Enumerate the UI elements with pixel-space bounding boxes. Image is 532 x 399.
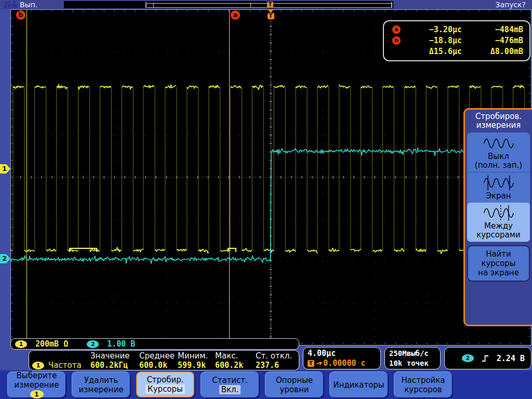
- bottom-menu-bar: Выберите измерение 1 Удалить измерение С…: [0, 370, 532, 399]
- measurement-name-cell: 1 Частота: [32, 361, 90, 370]
- record-view-cursor-a-tick: [250, 3, 251, 7]
- menu-item-sublabel: (полн. зап.): [467, 161, 530, 170]
- record-view-left-bracket: [145, 2, 147, 8]
- find-cursors-line2: курсоры: [468, 259, 529, 268]
- button-value-chip: Курсоры: [145, 384, 185, 394]
- record-view-right-bracket: [391, 2, 392, 8]
- measurement-header-row: Значение Среднее Миним. Макс. Ст. откл.: [32, 351, 299, 361]
- delay-arrow-icon: →▼: [316, 358, 322, 368]
- cursor-b-line[interactable]: [26, 10, 27, 345]
- trigger-position-flag[interactable]: T: [264, 9, 277, 19]
- menu-item-off-full-record[interactable]: Выкл (полн. зап.): [467, 133, 530, 172]
- trigger-t-icon: T: [308, 360, 314, 367]
- header-mean: Среднее: [139, 351, 178, 361]
- horizontal-readout: 4.00µс T →▼ 0.00000 с: [303, 347, 381, 369]
- side-menu-title: Стробиров. измерения: [465, 112, 532, 130]
- button-label-line1: Выберите: [17, 371, 57, 380]
- button-reference-levels[interactable]: Опорные уровни: [265, 371, 323, 397]
- button-label-line1: Опорные: [276, 376, 313, 385]
- acquisition-readout: 250Мвыб/с 10k точек: [384, 347, 441, 369]
- delay-readout: T →▼ 0.00000 с: [308, 358, 380, 368]
- button-label-line2: курсоров: [404, 385, 442, 394]
- button-cursor-setup[interactable]: Настройка курсоров: [394, 371, 452, 397]
- trigger-status: Запуск?: [495, 1, 526, 9]
- button-indicators[interactable]: Индикаторы: [329, 371, 388, 397]
- cursor-b-time: −18.8µс: [408, 36, 462, 45]
- ch1-scale: 200mB Ω: [35, 339, 68, 349]
- cursor-a-badge: a: [392, 25, 401, 34]
- trigger-t-icon: T: [268, 13, 274, 19]
- measurement-source-badge: 1: [32, 362, 44, 369]
- cursor-a-time: −3.20µс: [408, 25, 462, 34]
- cursor-a-readout: a −3.20µс −484mB: [392, 24, 523, 35]
- measurement-min: 599.9k: [178, 361, 215, 370]
- button-label-line2: уровни: [280, 385, 309, 394]
- menu-item-label: Выкл: [467, 152, 530, 161]
- ch2-scale: 1.00 В: [107, 339, 135, 349]
- spacer: [32, 351, 90, 361]
- menu-item-label: Между: [467, 222, 530, 231]
- cursor-a-line[interactable]: [229, 10, 230, 345]
- acquisition-status: Вып.: [20, 1, 37, 9]
- sine-between-cursors-icon: [483, 204, 515, 222]
- delay-value: 0.00000 с: [323, 358, 365, 368]
- header-stddev: Ст. откл.: [256, 351, 299, 361]
- measurement-name: Частота: [48, 361, 82, 370]
- timebase-scale: 4.00µс: [308, 349, 380, 358]
- button-select-measurement[interactable]: Выберите измерение 1: [7, 371, 65, 397]
- cursor-b-volt: −476mB: [462, 36, 523, 45]
- cursor-b-flag[interactable]: b: [16, 10, 25, 20]
- sample-rate: 250Мвыб/с: [389, 349, 440, 358]
- menu-item-sublabel: курсорами: [467, 231, 530, 240]
- button-label-line2: измерение: [79, 385, 124, 394]
- status-bar: Tek Вып. T Запуск?: [0, 0, 532, 9]
- side-menu-options: Выкл (полн. зап.) Экран Между курсорами: [467, 132, 530, 242]
- cursor-a-volt: −484mB: [462, 25, 523, 34]
- cursor-b-readout: b −18.8µс −476mB: [392, 35, 523, 46]
- tek-logo: Tek: [2, 0, 17, 10]
- button-label-line1: Удалить: [84, 376, 118, 385]
- header-value: Значение: [90, 351, 139, 361]
- ch2-ground-marker[interactable]: 2: [0, 254, 10, 263]
- cursor-delta-readout: Δ15.6µс Δ8.00mB: [392, 46, 523, 57]
- trigger-arrow-icon: [268, 9, 274, 13]
- button-label-line1: Статист.: [212, 376, 248, 385]
- record-view-bar: T: [64, 1, 393, 8]
- measurement-value: 600.2kГц: [90, 361, 139, 370]
- cursor-a-flag[interactable]: a: [231, 10, 240, 20]
- button-statistics-on[interactable]: Статист. Вкл.: [201, 371, 259, 397]
- measurement-max: 600.2k: [215, 361, 256, 370]
- side-menu-title-line1: Стробиров.: [465, 112, 532, 121]
- measurement-indicator-b: [69, 248, 97, 253]
- button-label-line2: измерение: [15, 380, 59, 390]
- menu-item-label: Экран: [467, 192, 530, 201]
- record-view-cursor-b-tick: [153, 3, 154, 7]
- measurement-row: 1 Частота 600.2kГц 600.0k 599.9k 600.2k …: [32, 361, 299, 370]
- find-cursors-button[interactable]: Найти курсоры на экране: [467, 245, 530, 282]
- find-cursors-line3: на экране: [468, 268, 529, 277]
- cursor-delta-volt: Δ8.00mB: [462, 47, 523, 56]
- menu-item-screen[interactable]: Экран: [467, 172, 530, 203]
- button-remove-measurement[interactable]: Удалить измерение: [72, 371, 130, 397]
- measurement-table: Значение Среднее Миним. Макс. Ст. откл. …: [29, 350, 299, 370]
- measurement-indicator-a: [228, 248, 236, 253]
- ch2-badge[interactable]: 2: [87, 340, 99, 348]
- ch1-badge[interactable]: 1: [15, 340, 27, 348]
- measurement-stddev: 237.6: [256, 361, 299, 370]
- button-label-line2: Курсоры: [145, 384, 185, 394]
- button-label-line1: Настройка: [401, 376, 445, 385]
- sine-full-record-icon: [483, 135, 515, 152]
- find-cursors-line1: Найти: [468, 249, 529, 259]
- trigger-position-line: [271, 10, 271, 345]
- button-value-chip: Вкл.: [219, 385, 241, 394]
- sine-screen-icon: [483, 174, 515, 192]
- cursor-b-badge: b: [392, 36, 401, 45]
- header-max: Макс.: [215, 351, 256, 361]
- measurement-mean: 600.0k: [139, 361, 178, 370]
- button-label-line1: Стробир.: [147, 375, 183, 384]
- ch1-ground-marker[interactable]: 1: [0, 164, 10, 174]
- menu-item-between-cursors[interactable]: Между курсорами: [467, 203, 530, 242]
- side-menu-measurement-gating: Стробиров. измерения Выкл (полн. зап.) Э…: [463, 108, 532, 326]
- record-length: 10k точек: [389, 358, 440, 368]
- button-gating-cursors[interactable]: Стробир. Курсоры: [136, 371, 194, 397]
